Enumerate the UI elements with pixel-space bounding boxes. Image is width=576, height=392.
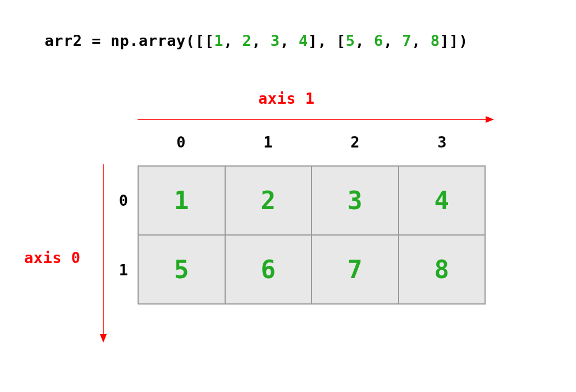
cell-1-1: 6 <box>225 235 312 304</box>
code-assign: = <box>83 32 111 49</box>
row-indices: 0 1 <box>112 165 135 305</box>
svg-marker-1 <box>486 116 494 123</box>
code-n8: 8 <box>431 32 440 49</box>
cell-1-0: 5 <box>138 235 225 304</box>
cell-0-2: 3 <box>312 166 399 235</box>
array-grid: 1 2 3 4 5 6 7 8 <box>138 165 486 305</box>
cell-0-0: 1 <box>138 166 225 235</box>
code-suffix: ]]) <box>440 32 468 49</box>
row-idx-0: 0 <box>112 165 135 235</box>
code-c3: , <box>280 32 299 49</box>
code-n7: 7 <box>402 32 412 49</box>
col-idx-2: 2 <box>312 133 399 151</box>
col-idx-3: 3 <box>399 133 486 151</box>
axis0-label: axis 0 <box>24 249 81 266</box>
col-idx-0: 0 <box>138 133 225 151</box>
code-c5: , <box>355 32 374 49</box>
code-prefix: np.array([[ <box>111 32 214 49</box>
column-indices: 0 1 2 3 <box>138 133 486 151</box>
col-idx-1: 1 <box>225 133 312 151</box>
cell-0-1: 2 <box>225 166 312 235</box>
code-n6: 6 <box>374 32 383 49</box>
cell-1-2: 7 <box>312 235 399 304</box>
code-n1: 1 <box>214 32 223 49</box>
axis1-arrow-icon <box>138 114 494 124</box>
code-n2: 2 <box>242 32 252 49</box>
code-c1: , <box>223 32 243 49</box>
code-c7: , <box>412 32 431 49</box>
code-c6: , <box>383 32 403 49</box>
cell-1-3: 8 <box>399 235 486 304</box>
axis0-arrow-icon <box>98 164 108 343</box>
svg-marker-3 <box>100 334 107 343</box>
axis1-label: axis 1 <box>258 90 315 107</box>
code-c2: , <box>252 32 271 49</box>
code-line: arr2 = np.array([[1, 2, 3, 4], [5, 6, 7,… <box>26 15 468 49</box>
cell-0-3: 4 <box>399 166 486 235</box>
code-n3: 3 <box>271 32 280 49</box>
code-mid: ], [ <box>308 32 346 49</box>
code-n5: 5 <box>346 32 355 49</box>
row-idx-1: 1 <box>112 235 135 305</box>
code-var: arr2 <box>45 32 83 49</box>
code-n4: 4 <box>299 32 308 49</box>
